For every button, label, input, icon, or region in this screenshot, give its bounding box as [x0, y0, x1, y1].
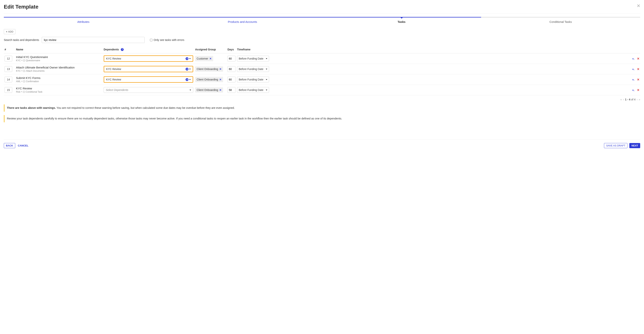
next-button[interactable]: NEXT: [629, 143, 640, 148]
arrow-down-icon: [634, 88, 635, 92]
remove-group-icon[interactable]: ✕: [219, 78, 222, 81]
row-number[interactable]: 15: [4, 87, 12, 93]
task-type-icon: [23, 80, 25, 82]
table-row: 15 KYC Review Risk • Conditional Task Se…: [4, 85, 640, 95]
cancel-button[interactable]: CANCEL: [18, 144, 28, 147]
col-group-header: Assigned Group: [195, 48, 228, 51]
back-button[interactable]: BACK: [4, 143, 15, 148]
page-prev-icon[interactable]: ‹: [623, 98, 624, 101]
chevron-down-icon: [266, 79, 267, 80]
clear-dependent-icon[interactable]: ✕: [186, 57, 188, 60]
task-name: Attach Ultimate Beneficial Owner Identif…: [16, 66, 102, 69]
task-type-icon: [23, 59, 25, 61]
assigned-group-tag[interactable]: Customer ✕: [195, 56, 213, 61]
errors-only-checkbox-input[interactable]: [150, 39, 152, 41]
row-number[interactable]: 12: [4, 56, 12, 61]
table-row: 13 Attach Ultimate Beneficial Owner Iden…: [4, 64, 640, 74]
chevron-down-icon: [266, 58, 267, 59]
clear-dependent-icon[interactable]: ✕: [186, 78, 188, 81]
chevron-down-icon[interactable]: [189, 69, 191, 70]
insert-row-button[interactable]: +: [632, 78, 635, 81]
task-name: Initial KYC Questionnaire: [16, 55, 102, 59]
tab-conditional-tasks[interactable]: Conditional Tasks: [481, 17, 640, 26]
remove-row-button[interactable]: ✕: [637, 88, 640, 92]
task-type-icon: [23, 91, 25, 93]
chevron-down-icon: [266, 69, 267, 70]
task-meta: Risk • Conditional Task: [16, 91, 102, 93]
page-title: Edit Template: [4, 4, 38, 10]
chevron-down-icon[interactable]: [190, 90, 191, 91]
dependents-field[interactable]: Select Dependents: [104, 87, 193, 93]
col-days-header: Days: [228, 48, 237, 51]
save-as-draft-button[interactable]: SAVE AS DRAFT: [604, 143, 628, 148]
warning-banner: Review your task dependents carefully to…: [4, 115, 640, 122]
table-row: 12 Initial KYC Questionnaire KYC • Quest…: [4, 53, 640, 64]
remove-row-button[interactable]: ✕: [637, 67, 640, 71]
chevron-down-icon: [266, 90, 267, 91]
close-icon[interactable]: ✕: [637, 4, 640, 8]
task-name: KYC Review: [16, 87, 102, 90]
chevron-down-icon[interactable]: [189, 58, 191, 59]
add-button[interactable]: +ADD: [4, 29, 16, 34]
col-name-header: Name: [16, 48, 104, 51]
help-icon[interactable]: ?: [121, 48, 124, 51]
task-type-icon: [23, 70, 25, 72]
task-meta: KYC • Attach Documents: [16, 70, 102, 72]
remove-group-icon[interactable]: ✕: [210, 57, 212, 60]
row-number[interactable]: 14: [4, 77, 12, 82]
insert-row-button[interactable]: +: [632, 88, 635, 92]
tab-tasks[interactable]: Tasks: [322, 17, 481, 26]
page-next-icon[interactable]: ›: [637, 98, 638, 101]
search-label: Search tasks and dependents: [4, 38, 39, 41]
page-first-icon[interactable]: «: [620, 98, 622, 101]
assigned-group-tag[interactable]: Client Onboarding ✕: [195, 87, 223, 93]
tab-products-and-accounts[interactable]: Products and Accounts: [163, 17, 322, 26]
days-input[interactable]: [228, 77, 236, 82]
table-row: 14 Submit KYC Forms AML • Confirmation K…: [4, 74, 640, 85]
remove-group-icon[interactable]: ✕: [219, 67, 222, 71]
dependents-field[interactable]: KYC Review ✕: [104, 55, 193, 62]
col-timeframe-header: Timeframe: [237, 48, 271, 51]
arrow-down-icon: [634, 57, 635, 60]
days-input[interactable]: [228, 56, 236, 61]
task-meta: KYC • Questionnaire: [16, 59, 102, 62]
task-name: Submit KYC Forms: [16, 76, 102, 79]
errors-only-checkbox[interactable]: Only see tasks with errors: [150, 38, 184, 41]
warning-banner: There are tasks above with warnings. You…: [4, 104, 640, 112]
dependents-field[interactable]: KYC Review ✕: [104, 66, 193, 72]
clear-dependent-icon[interactable]: ✕: [186, 68, 188, 71]
row-number[interactable]: 13: [4, 66, 12, 72]
timeframe-select[interactable]: Before Funding Date: [237, 56, 269, 61]
arrow-down-icon: [634, 67, 635, 71]
dependents-field[interactable]: KYC Review ✕: [104, 76, 193, 83]
remove-group-icon[interactable]: ✕: [219, 88, 222, 92]
remove-row-button[interactable]: ✕: [637, 78, 640, 81]
search-input[interactable]: [42, 37, 144, 43]
assigned-group-tag[interactable]: Client Onboarding ✕: [195, 66, 223, 72]
insert-row-button[interactable]: +: [632, 57, 635, 60]
page-last-icon[interactable]: »: [639, 98, 640, 101]
timeframe-select[interactable]: Before Funding Date: [237, 87, 269, 93]
insert-row-button[interactable]: +: [632, 67, 635, 71]
col-dependents-header: Dependents ?: [104, 48, 195, 51]
timeframe-select[interactable]: Before Funding Date: [237, 77, 269, 82]
task-meta: AML • Confirmation: [16, 80, 102, 83]
assigned-group-tag[interactable]: Client Onboarding ✕: [195, 77, 223, 82]
remove-row-button[interactable]: ✕: [637, 57, 640, 60]
days-input[interactable]: [228, 66, 236, 72]
arrow-down-icon: [634, 78, 635, 81]
col-num-header: #: [4, 48, 16, 51]
tab-attributes[interactable]: Attributes: [4, 17, 163, 26]
pagination: « ‹ 1 - 4 of 4 › »: [4, 98, 640, 101]
wizard-tabs: AttributesProducts and AccountsTasksCond…: [4, 17, 640, 26]
timeframe-select[interactable]: Before Funding Date: [237, 66, 269, 72]
days-input[interactable]: [228, 87, 236, 93]
chevron-down-icon[interactable]: [189, 79, 191, 80]
